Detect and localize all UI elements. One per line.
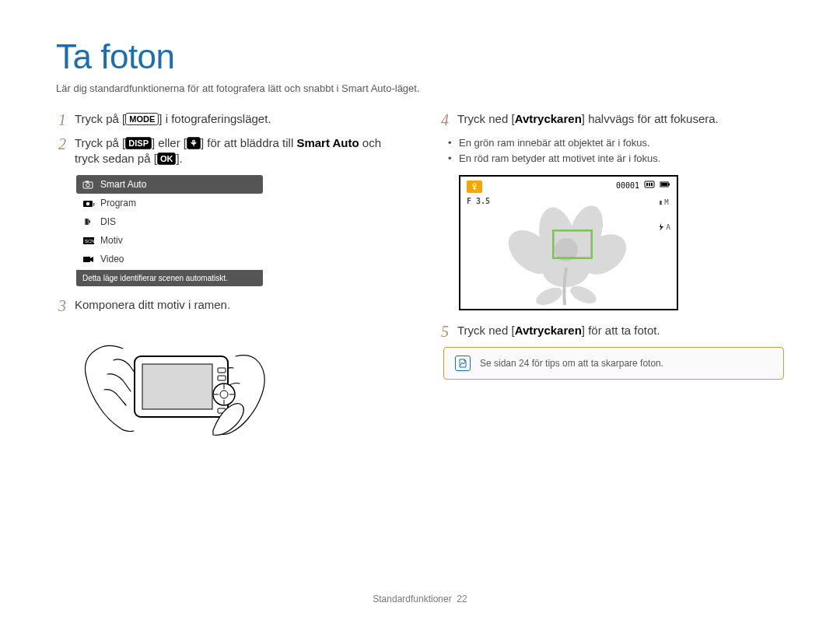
svg-rect-17 — [218, 368, 226, 373]
svg-rect-2 — [86, 180, 89, 182]
svg-point-33 — [534, 284, 565, 309]
step-number-3: 3 — [56, 297, 68, 313]
note-text: Se sidan 24 för tips om att ta skarpare … — [480, 358, 663, 369]
dis-icon — [82, 217, 95, 226]
svg-rect-26 — [661, 183, 667, 186]
svg-text:SCN: SCN — [85, 239, 95, 243]
svg-rect-10 — [142, 364, 212, 409]
svg-point-12 — [220, 391, 228, 398]
macro-button-icon: ⚘ — [187, 137, 201, 149]
svg-rect-23 — [651, 183, 653, 186]
mode-menu: Smart Auto P Program DIS SCN Motiv — [76, 175, 263, 286]
svg-point-1 — [86, 183, 90, 187]
memory-icon — [644, 180, 655, 190]
program-icon: P — [82, 198, 95, 208]
menu-label: DIS — [100, 216, 116, 227]
f-number: F 3.5 — [467, 197, 490, 205]
svg-rect-22 — [649, 183, 650, 186]
step-3-text: Komponera ditt motiv i ramen. — [75, 297, 401, 313]
menu-label: Program — [100, 198, 136, 208]
counter: 00001 — [616, 181, 639, 190]
menu-item-smart-auto: Smart Auto — [76, 175, 263, 194]
menu-label: Video — [100, 254, 124, 264]
step-5-text: Tryck ned [Avtryckaren] för att ta fotot… — [457, 323, 784, 338]
svg-point-4 — [86, 201, 90, 205]
ok-button-icon: OK — [157, 152, 177, 165]
svg-rect-18 — [218, 376, 226, 380]
camera-holding-illustration — [76, 321, 271, 469]
page-footer: Standardfunktioner 22 — [0, 594, 840, 604]
step-1-text: Tryck på [MODE] i fotograferingsläget. — [75, 111, 401, 127]
menu-caption: Detta läge identifierar scenen automatis… — [76, 270, 263, 286]
scene-icon: SCN — [82, 236, 95, 245]
svg-rect-25 — [668, 184, 670, 186]
menu-item-motiv: SCN Motiv — [76, 231, 263, 250]
step-number-5: 5 — [439, 323, 451, 339]
smart-auto-icon — [82, 180, 95, 189]
menu-item-dis: DIS — [76, 212, 263, 231]
camera-lcd-preview: 00001 F 3.5 ▮M A — [459, 175, 678, 310]
page-subtitle: Lär dig standardfunktionerna för att fot… — [56, 82, 784, 94]
page-title: Ta foton — [56, 37, 784, 76]
menu-item-program: P Program — [76, 194, 263, 212]
bullet-green: En grön ram innebär att objektet är i fo… — [448, 135, 784, 151]
svg-point-34 — [568, 282, 599, 307]
step-number-1: 1 — [56, 111, 68, 128]
resolution-indicator: ▮M — [659, 198, 669, 206]
step-2-text: Tryck på [DISP] eller [⚘] för att bläddr… — [75, 135, 401, 167]
step-number-4: 4 — [439, 111, 451, 128]
battery-icon — [660, 180, 670, 190]
mode-button-icon: MODE — [125, 113, 159, 125]
svg-text:P: P — [93, 202, 96, 207]
flash-auto-indicator: A — [657, 223, 670, 231]
menu-item-video: Video — [76, 250, 263, 268]
menu-label: Motiv — [100, 235, 123, 246]
bullet-red: En röd ram betyder att motivet inte är i… — [448, 151, 784, 166]
note-icon — [455, 356, 471, 371]
svg-rect-0 — [83, 182, 93, 188]
tip-note: Se sidan 24 för tips om att ta skarpare … — [443, 347, 784, 380]
video-icon — [82, 254, 95, 264]
menu-label: Smart Auto — [100, 179, 146, 190]
svg-rect-8 — [83, 257, 90, 262]
svg-rect-21 — [646, 183, 648, 186]
step-number-2: 2 — [56, 135, 68, 152]
focus-rectangle — [552, 229, 593, 259]
step-4-text: Tryck ned [Avtryckaren] halvvägs för att… — [457, 111, 784, 127]
disp-button-icon: DISP — [125, 137, 152, 149]
focus-bullets: En grön ram innebär att objektet är i fo… — [448, 135, 784, 166]
